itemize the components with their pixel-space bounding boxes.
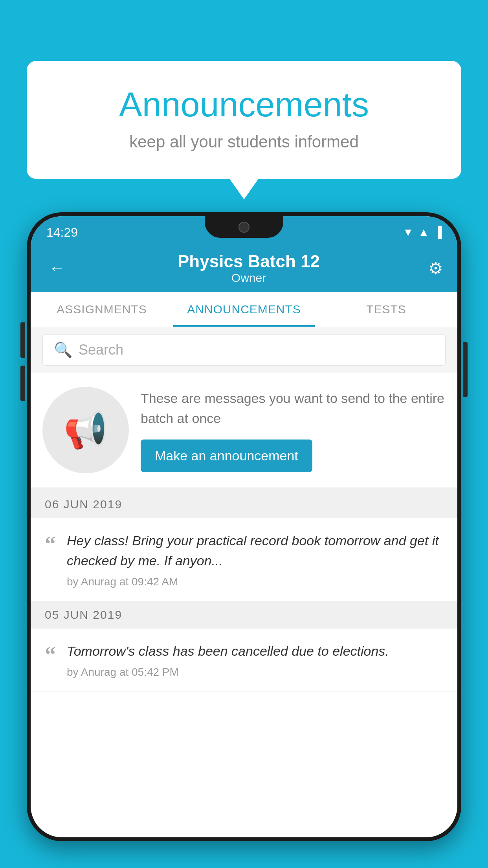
date-divider-1: 06 JUN 2019 bbox=[31, 491, 457, 518]
announcement-item-2: “ Tomorrow's class has been cancelled du… bbox=[31, 629, 457, 691]
make-announcement-button[interactable]: Make an announcement bbox=[141, 440, 312, 472]
status-icons: ▼ ▲ ▐ bbox=[403, 226, 442, 239]
announcement-promo: 📢 These are messages you want to send to… bbox=[31, 373, 457, 491]
signal-icon: ▲ bbox=[418, 226, 429, 239]
search-container: 🔍 Search bbox=[31, 327, 457, 373]
phone-container: 14:29 ▼ ▲ ▐ ← Physics Batch 12 Owner ⚙ A… bbox=[27, 212, 461, 841]
quote-icon-1: “ bbox=[45, 533, 56, 555]
status-time: 14:29 bbox=[46, 225, 78, 240]
front-camera bbox=[238, 222, 250, 233]
announcement-text-1: Hey class! Bring your practical record b… bbox=[67, 531, 443, 571]
tabs-bar: ASSIGNMENTS ANNOUNCEMENTS TESTS bbox=[31, 292, 457, 327]
power-button[interactable] bbox=[463, 342, 468, 397]
megaphone-icon: 📢 bbox=[64, 410, 108, 451]
announcement-meta-1: by Anurag at 09:42 AM bbox=[67, 576, 443, 588]
speech-bubble: Announcements keep all your students inf… bbox=[27, 61, 461, 179]
promo-description: These are messages you want to send to t… bbox=[141, 388, 446, 428]
header-subtitle: Owner bbox=[178, 271, 320, 285]
phone-notch bbox=[205, 216, 283, 238]
search-placeholder: Search bbox=[79, 342, 123, 358]
app-header: ← Physics Batch 12 Owner ⚙ bbox=[31, 245, 457, 292]
speech-bubble-title: Announcements bbox=[42, 85, 446, 125]
volume-down-button[interactable] bbox=[20, 366, 25, 401]
speech-bubble-container: Announcements keep all your students inf… bbox=[27, 61, 461, 179]
announcement-icon-circle: 📢 bbox=[42, 387, 129, 473]
tab-assignments[interactable]: ASSIGNMENTS bbox=[31, 292, 173, 327]
search-icon: 🔍 bbox=[54, 341, 72, 359]
announcement-promo-text: These are messages you want to send to t… bbox=[141, 388, 446, 472]
back-button[interactable]: ← bbox=[45, 255, 69, 281]
wifi-icon: ▼ bbox=[403, 226, 414, 239]
phone-screen: 14:29 ▼ ▲ ▐ ← Physics Batch 12 Owner ⚙ A… bbox=[31, 216, 457, 837]
phone-frame: 14:29 ▼ ▲ ▐ ← Physics Batch 12 Owner ⚙ A… bbox=[27, 212, 461, 841]
settings-button[interactable]: ⚙ bbox=[428, 259, 443, 278]
quote-icon-2: “ bbox=[45, 644, 56, 666]
battery-icon: ▐ bbox=[434, 226, 442, 239]
announcement-meta-2: by Anurag at 05:42 PM bbox=[67, 666, 443, 679]
search-bar[interactable]: 🔍 Search bbox=[42, 334, 446, 366]
header-title: Physics Batch 12 bbox=[178, 252, 320, 271]
tab-announcements[interactable]: ANNOUNCEMENTS bbox=[173, 292, 315, 327]
announcement-item-1: “ Hey class! Bring your practical record… bbox=[31, 518, 457, 601]
tab-tests[interactable]: TESTS bbox=[315, 292, 457, 327]
speech-bubble-subtitle: keep all your students informed bbox=[42, 132, 446, 151]
announcement-content-1: Hey class! Bring your practical record b… bbox=[67, 531, 443, 588]
announcement-text-2: Tomorrow's class has been cancelled due … bbox=[67, 641, 443, 661]
announcement-content-2: Tomorrow's class has been cancelled due … bbox=[67, 641, 443, 679]
volume-up-button[interactable] bbox=[20, 322, 25, 358]
header-center: Physics Batch 12 Owner bbox=[178, 252, 320, 285]
date-divider-2: 05 JUN 2019 bbox=[31, 601, 457, 629]
